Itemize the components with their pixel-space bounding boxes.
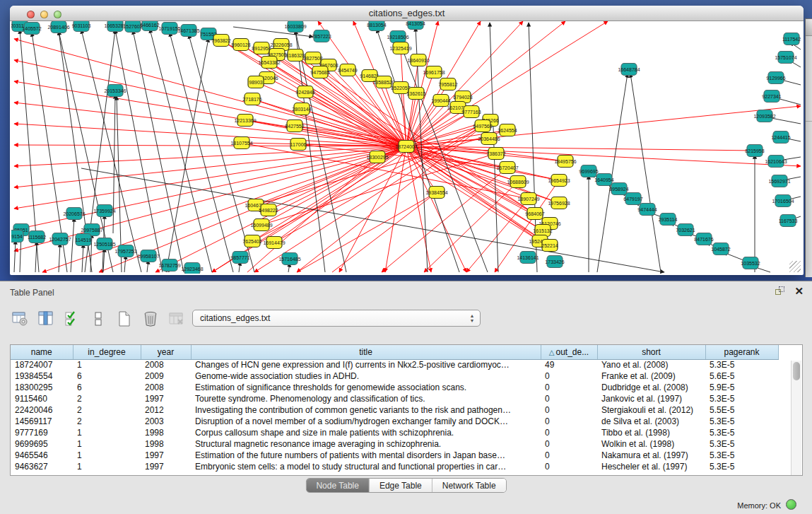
network-node[interactable]: 1640954 <box>594 174 613 186</box>
network-node[interactable]: 1733426 <box>545 256 564 268</box>
tab-edge-table[interactable]: Edge Table <box>370 479 433 492</box>
table-mode-settings-icon[interactable] <box>10 309 30 329</box>
network-node[interactable]: 1244415 <box>771 132 790 144</box>
network-node[interactable]: 9227341 <box>762 90 781 103</box>
column-header-out_de[interactable]: △out_de... <box>541 345 597 359</box>
network-node[interactable]: 15692971 <box>768 175 790 187</box>
network-node[interactable]: 1115682 <box>28 231 46 243</box>
network-node[interactable]: 16914479 <box>263 237 285 249</box>
delete-table-icon[interactable] <box>167 309 187 329</box>
network-node[interactable]: 16782759 <box>158 259 180 271</box>
network-node[interactable]: 16099489 <box>250 219 272 231</box>
network-node[interactable]: 6497568 <box>473 120 492 132</box>
network-node[interactable]: 16648784 <box>618 64 640 76</box>
network-node[interactable]: 5498222 <box>259 204 278 216</box>
tab-node-table[interactable]: Node Table <box>306 479 370 492</box>
network-node[interactable]: 15716485 <box>278 253 300 265</box>
memory-status-indicator[interactable] <box>786 499 796 510</box>
table-row[interactable]: 946362711997Embryonic stem cells: a mode… <box>11 461 778 472</box>
network-node[interactable]: 9242848 <box>295 86 314 98</box>
tab-network-table[interactable]: Network Table <box>433 479 506 492</box>
create-new-column-icon[interactable] <box>114 309 134 329</box>
network-node[interactable]: 114519 <box>76 234 92 246</box>
network-node[interactable]: 7386372 <box>486 148 505 160</box>
network-node[interactable]: 16033809 <box>284 21 306 33</box>
network-node[interactable]: 19654923 <box>548 175 570 187</box>
network-node[interactable]: 9129966 <box>766 72 785 84</box>
network-node[interactable]: 19958107 <box>137 250 159 262</box>
network-node[interactable]: 18724007 <box>395 141 417 153</box>
network-node[interactable]: 12042757 <box>49 233 71 245</box>
network-node[interactable]: 2935114 <box>659 214 678 226</box>
column-header-short[interactable]: short <box>597 345 705 359</box>
table-row[interactable]: 977716911998Corpus callosum shape and si… <box>11 427 778 438</box>
network-node[interactable]: 16543382 <box>258 57 280 69</box>
network-node[interactable]: 14671385 <box>177 25 199 37</box>
network-node[interactable]: 1362615 <box>406 88 425 100</box>
network-node[interactable]: 16961758 <box>423 66 445 78</box>
network-node[interactable]: 8413054 <box>406 21 425 30</box>
network-node[interactable]: 7857223 <box>312 30 331 42</box>
network-node[interactable]: 9684067 <box>525 208 544 220</box>
table-row[interactable]: 946554611997Estimation of the future num… <box>11 450 778 461</box>
network-node[interactable]: 8960128 <box>231 39 250 51</box>
network-node[interactable]: 9857771 <box>230 252 249 264</box>
unselect-all-columns-icon[interactable] <box>88 309 108 329</box>
network-node[interactable]: 7625402 <box>242 235 261 247</box>
network-node[interactable]: 7955812 <box>438 78 457 90</box>
network-node[interactable]: 19756928 <box>548 197 570 209</box>
table-selector-dropdown[interactable]: citations_edges.txt ▲▼ <box>192 310 481 327</box>
network-node[interactable]: 12505185 <box>93 238 115 250</box>
network-node[interactable]: 20206576 <box>63 208 85 220</box>
network-node[interactable]: 18907249 <box>517 193 539 205</box>
network-node[interactable]: 17016504 <box>772 195 794 207</box>
network-canvas[interactable]: 2031157140557220891406903110310653287152… <box>11 21 802 274</box>
column-header-year[interactable]: year <box>141 345 191 359</box>
network-node[interactable]: 18300295 <box>366 151 388 163</box>
network-node[interactable]: 15751074 <box>775 52 796 64</box>
network-node[interactable]: 19384554 <box>425 187 447 199</box>
network-node[interactable]: 16210643 <box>765 156 787 168</box>
network-node[interactable]: 17359924 <box>93 205 115 217</box>
table-row[interactable]: 2242004622012Investigating the contribut… <box>11 404 778 416</box>
network-node[interactable]: 18640910 <box>407 54 429 66</box>
close-panel-icon[interactable]: ✕ <box>794 286 804 296</box>
network-node[interactable]: 20891406 <box>47 21 69 33</box>
network-node[interactable]: 8958924 <box>609 183 628 195</box>
column-header-pagerank[interactable]: pagerank <box>705 345 778 359</box>
network-node[interactable]: 17957253 <box>114 245 136 257</box>
network-node[interactable]: 8215958 <box>745 145 764 157</box>
network-node[interactable]: 8471676 <box>694 233 713 245</box>
network-node[interactable]: 16720407 <box>496 162 518 174</box>
network-graph[interactable]: 2031157140557220891406903110310653287152… <box>11 21 802 274</box>
network-node[interactable]: 1405572 <box>22 23 41 35</box>
delete-columns-icon[interactable] <box>141 309 160 329</box>
network-node[interactable]: 12093582 <box>753 110 775 122</box>
column-header-name[interactable]: name <box>11 345 73 359</box>
table-row[interactable]: 1938455462009Genome-wide association stu… <box>11 370 778 382</box>
network-node[interactable]: 12213369 <box>234 115 256 127</box>
network-node[interactable]: 14136141 <box>517 252 539 264</box>
network-node[interactable]: 18495756 <box>554 156 576 168</box>
network-node[interactable]: 18107554 <box>230 137 252 149</box>
network-node[interactable]: 8813054 <box>367 21 386 31</box>
network-node[interactable]: 6466162 <box>140 21 159 31</box>
window-resize-grip[interactable] <box>789 261 801 272</box>
float-panel-icon[interactable] <box>775 286 786 296</box>
show-columns-icon[interactable] <box>36 309 56 329</box>
network-node[interactable]: 20364486 <box>478 133 500 145</box>
network-node[interactable]: 7963822 <box>211 35 230 47</box>
network-node[interactable]: 9474444 <box>637 204 657 216</box>
network-node[interactable]: 19218506 <box>387 31 408 43</box>
table-row[interactable]: 1456911722003Disruption of a novel membe… <box>11 416 778 427</box>
network-node[interactable]: 10688609 <box>507 176 529 188</box>
network-node[interactable]: 117006 <box>290 139 307 151</box>
network-node[interactable]: 3624554 <box>498 124 517 136</box>
network-node[interactable]: 20153346 <box>104 85 126 97</box>
network-node[interactable]: 98903 <box>248 76 264 88</box>
network-node[interactable]: 1117542 <box>782 33 801 45</box>
table-row[interactable]: 1830029562008Estimation of significance … <box>11 382 778 393</box>
network-node[interactable]: 9699695 <box>579 165 598 177</box>
network-node[interactable]: 8427552 <box>285 120 304 132</box>
network-node[interactable]: 7032621 <box>676 224 695 236</box>
